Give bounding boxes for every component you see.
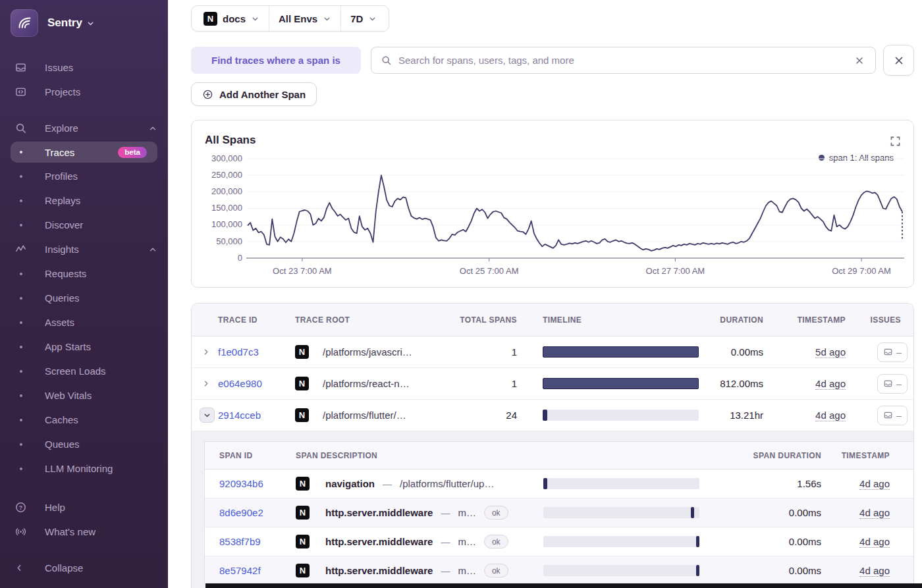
all-spans-chart-panel: All Spans span 1: All spans 300,000 250,… xyxy=(191,120,914,288)
bottom-edge xyxy=(205,583,922,588)
beta-badge: beta xyxy=(118,147,147,158)
span-id-link[interactable]: 8e57942f xyxy=(219,565,261,576)
collapse-row-button[interactable] xyxy=(200,408,215,423)
trace-row: e064e980 N /platforms/react-n… 1 812.00m… xyxy=(192,368,913,400)
chevron-down-icon xyxy=(323,14,331,23)
timeline-bar xyxy=(543,410,699,421)
col-trace-id: TRACE ID xyxy=(218,315,295,325)
issues-icon xyxy=(883,379,893,388)
span-id-link[interactable]: 8d6e90e2 xyxy=(219,507,263,518)
timeline-bar xyxy=(543,378,699,389)
bullet-icon xyxy=(20,273,22,275)
timestamp-link[interactable]: 4d ago xyxy=(859,565,890,577)
nextjs-platform-icon: N xyxy=(296,535,310,548)
sidebar-item-web-vitals[interactable]: Web Vitals xyxy=(0,383,168,408)
org-name: Sentry xyxy=(47,16,82,30)
trace-id-link[interactable]: f1e0d7c3 xyxy=(218,346,259,358)
insights-icon xyxy=(14,243,32,255)
span-duration-value: 1.56s xyxy=(715,478,827,489)
timeline-bar xyxy=(543,565,699,576)
span-id-link[interactable]: 920934b6 xyxy=(219,478,263,489)
sidebar-item-traces[interactable]: Traces beta xyxy=(11,142,157,163)
x-axis-tick: Oct 29 7:00 AM xyxy=(832,266,891,276)
span-description: m… xyxy=(458,565,476,576)
span-search-box xyxy=(371,47,876,74)
trace-id-link[interactable]: e064e980 xyxy=(218,378,262,389)
timestamp-link[interactable]: 4d ago xyxy=(815,378,846,390)
chevron-up-icon[interactable] xyxy=(148,245,157,254)
x-axis-tick: Oct 25 7:00 AM xyxy=(460,266,519,276)
chevron-up-icon[interactable] xyxy=(148,124,157,133)
remove-span-button[interactable] xyxy=(883,45,914,76)
timestamp-link[interactable]: 5d ago xyxy=(815,346,846,358)
trace-id-link[interactable]: 2914cceb xyxy=(218,410,261,421)
sidebar-nav: Issues Projects Explore Trac xyxy=(0,55,168,481)
sidebar-item-queues[interactable]: Queues xyxy=(0,432,168,456)
y-axis-tick: 250,000 xyxy=(192,169,242,181)
duration-value: 812.00ms xyxy=(700,378,766,389)
span-operation: http.server.middleware xyxy=(325,536,433,547)
issues-button[interactable]: – xyxy=(877,374,908,394)
nextjs-platform-icon: N xyxy=(296,564,310,577)
bullet-icon xyxy=(20,419,22,421)
find-traces-label: Find traces where a span is xyxy=(191,47,361,74)
chevron-down-icon xyxy=(368,14,377,23)
sidebar-item-replays[interactable]: Replays xyxy=(0,188,168,213)
sidebar-item-app-starts[interactable]: App Starts xyxy=(0,334,168,359)
chevron-right-icon[interactable] xyxy=(202,379,211,388)
date-range-value: 7D xyxy=(350,13,363,24)
span-row: 8538f7b9 N http.server.middleware — m… o… xyxy=(205,527,914,556)
sidebar-item-screen-loads[interactable]: Screen Loads xyxy=(0,359,168,383)
span-operation: http.server.middleware xyxy=(325,507,433,518)
span-id-link[interactable]: 8538f7b9 xyxy=(219,536,261,547)
timestamp-link[interactable]: 4d ago xyxy=(859,478,890,490)
sidebar-item-caches[interactable]: Caches xyxy=(0,408,168,432)
sidebar-item-whats-new[interactable]: What's new xyxy=(0,520,168,544)
traces-table-header: TRACE ID TRACE ROOT TOTAL SPANS TIMELINE… xyxy=(192,304,913,336)
sidebar-item-assets[interactable]: Assets xyxy=(0,310,168,334)
issues-button[interactable]: – xyxy=(877,342,908,362)
sidebar-item-discover[interactable]: Discover xyxy=(0,213,168,237)
chevron-down-icon xyxy=(86,19,95,28)
org-switcher[interactable]: Sentry xyxy=(0,0,168,46)
spans-line-chart[interactable] xyxy=(244,153,906,265)
trace-row-expanded: 2914cceb N /platforms/flutter/… 24 13.21… xyxy=(192,400,913,431)
x-axis-tick: Oct 27 7:00 AM xyxy=(646,266,705,276)
timestamp-link[interactable]: 4d ago xyxy=(815,410,846,421)
add-another-span-button[interactable]: Add Another Span xyxy=(191,82,317,106)
bullet-icon xyxy=(20,297,22,300)
sidebar-item-requests[interactable]: Requests xyxy=(0,261,168,286)
issues-button[interactable]: – xyxy=(877,406,908,425)
fullscreen-icon[interactable] xyxy=(890,136,900,146)
sidebar-item-queries[interactable]: Queries xyxy=(0,286,168,310)
date-range-selector[interactable]: 7D xyxy=(341,6,386,31)
col-span-timestamp: TIMESTAMP xyxy=(827,451,914,460)
chevron-right-icon[interactable] xyxy=(202,348,211,356)
sidebar-item-explore[interactable]: Explore xyxy=(0,116,168,140)
sidebar-item-insights[interactable]: Insights xyxy=(0,237,168,261)
broadcast-icon xyxy=(14,525,32,538)
project-selector[interactable]: N docs xyxy=(194,6,269,31)
clear-search-icon[interactable] xyxy=(852,53,867,68)
nextjs-platform-icon: N xyxy=(296,506,310,520)
help-icon: ? xyxy=(14,501,32,514)
nextjs-platform-icon: N xyxy=(295,345,309,359)
sidebar-item-issues[interactable]: Issues xyxy=(0,55,168,80)
environment-selector[interactable]: All Envs xyxy=(269,6,340,31)
search-icon xyxy=(14,122,32,134)
sidebar-item-projects[interactable]: Projects xyxy=(0,80,168,104)
timestamp-link[interactable]: 4d ago xyxy=(859,507,890,519)
timestamp-link[interactable]: 4d ago xyxy=(859,536,890,548)
sidebar-collapse-button[interactable]: Collapse xyxy=(0,556,168,580)
sidebar-item-llm-monitoring[interactable]: LLM Monitoring xyxy=(0,456,168,481)
nextjs-platform-icon: N xyxy=(295,377,309,390)
span-description: m… xyxy=(458,536,476,547)
timeline-bar xyxy=(543,346,699,358)
span-search-input[interactable] xyxy=(398,55,852,66)
trace-root-path: /platforms/flutter/… xyxy=(323,410,406,421)
y-axis-tick: 200,000 xyxy=(192,186,242,198)
span-duration-value: 0.00ms xyxy=(715,536,827,547)
sidebar-item-profiles[interactable]: Profiles xyxy=(0,164,168,188)
span-description: m… xyxy=(458,507,476,518)
sidebar-item-help[interactable]: ? Help xyxy=(0,495,168,520)
